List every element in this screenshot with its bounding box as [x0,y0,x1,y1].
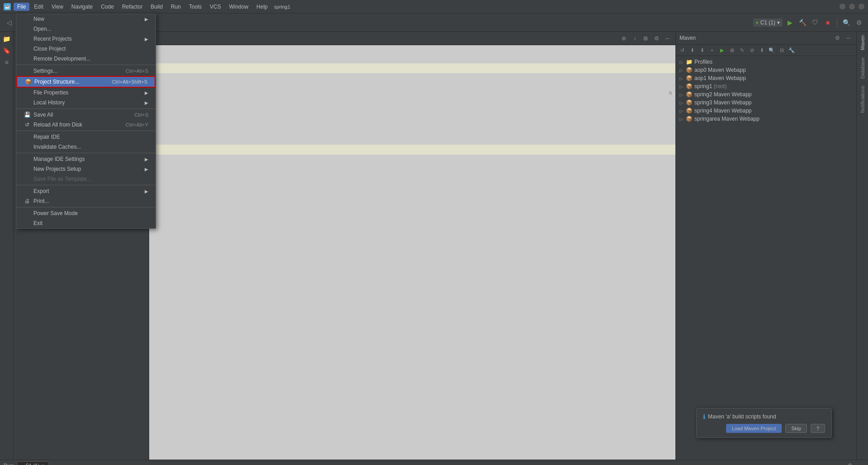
coverage-button[interactable]: ⛉ [810,17,821,28]
menu-item-power-save[interactable]: Power Save Mode [16,208,156,218]
maven-edit-btn[interactable]: ✎ [737,46,746,55]
minus-btn[interactable]: ─ [663,34,672,43]
menu-tools[interactable]: Tools [185,3,205,11]
menu-refactor[interactable]: Refactor [118,3,146,11]
maven-item-springarea[interactable]: ▷ 📦 springarea Maven Webapp [676,115,856,123]
skip-button[interactable]: Skip [785,424,807,433]
menu-item-open[interactable]: Open... [16,24,156,34]
menu-edit[interactable]: Edit [30,3,47,11]
left-sidebar: 📁 🔖 ≡ [0,32,14,460]
maven-import-btn[interactable]: ⬇ [688,46,697,55]
menu-item-print[interactable]: 🖨 Print... [16,196,156,206]
project-sidebar-icon[interactable]: 📁 [1,33,12,44]
maven-close-btn[interactable]: ─ [844,33,853,42]
gear-btn[interactable]: ⚙ [652,34,661,43]
settings-button[interactable]: ⚙ [854,17,864,28]
right-tab-notifications[interactable]: Notifications [858,82,867,117]
menu-label-open: Open... [33,26,148,32]
sep-2 [16,108,156,109]
maven-search-btn[interactable]: 🔍 [767,46,776,55]
sep-1 [16,65,156,65]
maven-item-aop0[interactable]: ▷ 📦 aop0 Maven Webapp [676,66,856,74]
menu-item-recent[interactable]: Recent Projects ▶ [16,34,156,44]
maven-item-spring1[interactable]: ▷ 📦 spring1 (root) [676,82,856,90]
right-sidebar: Maven Database Notifications [856,32,868,460]
maven-run-btn[interactable]: ▶ [717,46,726,55]
stop-button[interactable]: ■ [822,17,833,28]
right-tab-database[interactable]: Database [858,54,867,82]
aop0-icon: 📦 [686,67,693,73]
maximize-button[interactable]: □ [849,4,855,9]
menu-item-repair[interactable]: Repair IDE [16,132,156,142]
help-button[interactable]: ? [811,424,825,433]
run-settings-btn[interactable]: ⚙ [845,461,854,465]
maven-block-btn[interactable]: ⊘ [747,46,756,55]
run-hide-btn[interactable]: ─ [855,461,864,465]
aop1-icon: 📦 [686,75,693,81]
structure-icon[interactable]: ≡ [1,57,12,68]
search-button[interactable]: 🔍 [841,17,852,28]
menu-item-settings[interactable]: Settings... Ctrl+Alt+S [16,66,156,76]
menu-item-remote[interactable]: Remote Development... [16,54,156,64]
menu-item-close[interactable]: Close Project [16,44,156,54]
scroll-note: ft [669,90,672,96]
load-maven-button[interactable]: Load Maven Project [726,424,782,433]
menu-item-file-props[interactable]: File Properties ▶ [16,88,156,98]
maven-item-spring3[interactable]: ▷ 📦 spring3 Maven Webapp [676,99,856,107]
filter-btn[interactable]: ⊠ [641,34,650,43]
menu-item-new-projects[interactable]: New Projects Setup ▶ [16,164,156,174]
maven-item-profiles[interactable]: ▷ 📁 Profiles [676,58,856,66]
menu-vcs[interactable]: VCS [206,3,225,11]
bookmarks-icon[interactable]: 🔖 [1,45,12,56]
menu-navigate[interactable]: Navigate [68,3,96,11]
maven-refresh-btn[interactable]: ↺ [678,46,687,55]
menu-help[interactable]: Help [253,3,271,11]
maven-item-spring2[interactable]: ▷ 📦 spring2 Maven Webapp [676,90,856,99]
run-tab-c1[interactable]: ● C1 (1) ✕ [17,461,49,465]
menu-file[interactable]: File [14,3,29,11]
menu-view[interactable]: View [48,3,67,11]
run-config-selector[interactable]: ● C1 (1) ▾ [753,19,783,27]
menu-item-invalidate[interactable]: Invalidate Caches... [16,142,156,152]
menu-run[interactable]: Run [167,3,184,11]
menu-item-save-all[interactable]: 💾 Save All Ctrl+S [16,110,156,120]
run-tab-close[interactable]: ✕ [41,463,45,465]
menu-item-manage-ide[interactable]: Manage IDE Settings ▶ [16,154,156,164]
maven-settings-btn[interactable]: ⚙ [833,33,842,42]
maven-columns-btn[interactable]: ⊟ [777,46,786,55]
sort-btn[interactable]: ↕ [630,34,639,43]
minimize-button[interactable]: ─ [840,4,845,9]
springarea-icon: 📦 [686,116,693,122]
file-menu-list: New ▶ Open... Recent Projects ▶ Close Pr… [16,14,156,229]
balance-btn[interactable]: ⊕ [619,34,628,43]
maven-debug-btn[interactable]: ⬇ [757,46,766,55]
build-button[interactable]: 🔨 [797,17,808,28]
menu-build[interactable]: Build [147,3,166,11]
maven-add-btn[interactable]: + [708,46,717,55]
print-icon: 🖨 [24,198,31,204]
menu-label-invalidate: Invalidate Caches... [33,144,148,150]
run-button[interactable]: ▶ [784,17,795,28]
right-tab-maven[interactable]: Maven [858,32,867,54]
back-button[interactable]: ◁ [4,17,14,28]
close-button[interactable]: ✕ [859,4,864,9]
maven-item-spring4[interactable]: ▷ 📦 spring4 Maven Webapp [676,107,856,115]
maven-label-profiles: Profiles [694,59,712,65]
notification-buttons: Load Maven Project Skip ? [703,424,825,433]
menu-item-new[interactable]: New ▶ [16,14,156,24]
menu-item-export[interactable]: Export ▶ [16,186,156,196]
maven-download-btn[interactable]: ⬇ [698,46,707,55]
menu-item-project-structure[interactable]: 📦 Project Structure... Ctrl+Alt+Shift+S [16,76,156,88]
menu-code[interactable]: Code [97,3,118,11]
menu-window[interactable]: Window [226,3,252,11]
menu-label-power-save: Power Save Mode [33,210,148,216]
maven-label-spring1: spring1 (root) [694,83,726,89]
menu-item-reload[interactable]: ↺ Reload All from Disk Ctrl+Alt+Y [16,120,156,130]
maven-header-buttons: ⚙ ─ [833,33,853,42]
maven-item-aop1[interactable]: ▷ 📦 aop1 Maven Webapp [676,74,856,82]
maven-grid-btn[interactable]: ⊞ [727,46,736,55]
menu-item-local-history[interactable]: Local History ▶ [16,98,156,108]
window-controls: ─ □ ✕ [840,4,864,9]
menu-item-exit[interactable]: Exit [16,218,156,228]
maven-wrench-btn[interactable]: 🔧 [787,46,796,55]
